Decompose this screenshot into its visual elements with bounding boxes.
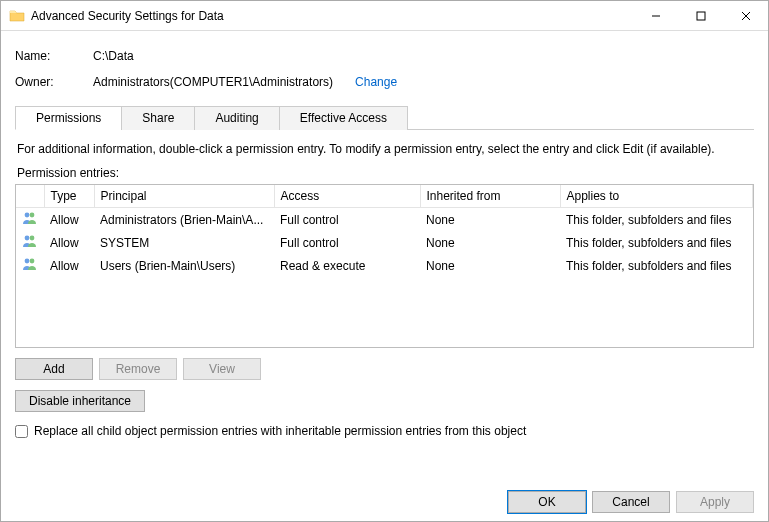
col-type[interactable]: Type [44,185,94,208]
add-button[interactable]: Add [15,358,93,380]
cell-principal: Administrators (Brien-Main\A... [94,208,274,232]
tab-permissions[interactable]: Permissions [15,106,122,130]
cell-inherited: None [420,208,560,232]
tab-effective-access[interactable]: Effective Access [279,106,408,130]
cell-access: Read & execute [274,254,420,277]
svg-point-6 [25,236,30,241]
cell-applies: This folder, subfolders and files [560,208,753,232]
info-text: For additional information, double-click… [17,142,752,156]
owner-value: Administrators(COMPUTER1\Administrators) [93,75,333,89]
replace-child-label: Replace all child object permission entr… [34,424,526,438]
disable-inheritance-button[interactable]: Disable inheritance [15,390,145,412]
cell-type: Allow [44,208,94,232]
folder-icon [9,8,25,24]
remove-button: Remove [99,358,177,380]
name-value: C:\Data [93,49,134,63]
svg-point-5 [30,213,35,218]
svg-point-9 [30,259,35,264]
content: Name: C:\Data Owner: Administrators(COMP… [1,31,768,438]
tabs: Permissions Share Auditing Effective Acc… [15,105,754,130]
close-button[interactable] [723,1,768,31]
titlebar: Advanced Security Settings for Data [1,1,768,31]
permission-entries-label: Permission entries: [17,166,752,180]
users-icon [16,254,44,277]
cell-type: Allow [44,254,94,277]
col-icon[interactable] [16,185,44,208]
tab-share[interactable]: Share [121,106,195,130]
minimize-button[interactable] [633,1,678,31]
table-row[interactable]: AllowUsers (Brien-Main\Users)Read & exec… [16,254,753,277]
col-access[interactable]: Access [274,185,420,208]
svg-point-4 [25,213,30,218]
change-owner-link[interactable]: Change [355,75,397,89]
apply-button: Apply [676,491,754,513]
cell-principal: SYSTEM [94,231,274,254]
window-title: Advanced Security Settings for Data [31,9,224,23]
cell-applies: This folder, subfolders and files [560,254,753,277]
users-icon [16,208,44,232]
dialog-footer: OK Cancel Apply [508,491,754,513]
inherit-buttons: Disable inheritance [15,390,754,412]
svg-point-8 [25,259,30,264]
tab-auditing[interactable]: Auditing [194,106,279,130]
name-label: Name: [15,49,93,63]
replace-child-checkbox[interactable] [15,425,28,438]
name-row: Name: C:\Data [15,43,754,69]
cell-inherited: None [420,231,560,254]
table-row[interactable]: AllowAdministrators (Brien-Main\A...Full… [16,208,753,232]
owner-row: Owner: Administrators(COMPUTER1\Administ… [15,69,754,95]
ok-button[interactable]: OK [508,491,586,513]
cell-access: Full control [274,231,420,254]
entry-buttons: Add Remove View [15,358,754,380]
cell-access: Full control [274,208,420,232]
view-button: View [183,358,261,380]
cancel-button[interactable]: Cancel [592,491,670,513]
svg-rect-1 [697,12,705,20]
users-icon [16,231,44,254]
table-row[interactable]: AllowSYSTEMFull controlNoneThis folder, … [16,231,753,254]
owner-label: Owner: [15,75,93,89]
cell-applies: This folder, subfolders and files [560,231,753,254]
replace-checkbox-row: Replace all child object permission entr… [15,424,754,438]
cell-type: Allow [44,231,94,254]
col-inherited[interactable]: Inherited from [420,185,560,208]
maximize-button[interactable] [678,1,723,31]
svg-point-7 [30,236,35,241]
col-applies[interactable]: Applies to [560,185,753,208]
cell-principal: Users (Brien-Main\Users) [94,254,274,277]
permission-table[interactable]: Type Principal Access Inherited from App… [15,184,754,348]
cell-inherited: None [420,254,560,277]
table-header-row: Type Principal Access Inherited from App… [16,185,753,208]
col-principal[interactable]: Principal [94,185,274,208]
